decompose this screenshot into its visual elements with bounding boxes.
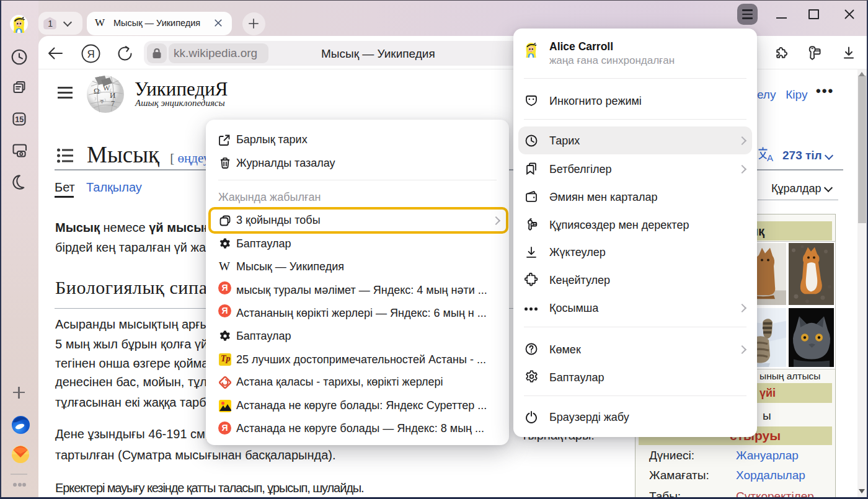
svg-text:Я: Я — [87, 48, 95, 60]
svg-text:1: 1 — [48, 19, 53, 29]
svg-text:А: А — [767, 152, 773, 162]
svg-text:ক: ক — [99, 97, 104, 105]
svg-text:15: 15 — [15, 115, 24, 124]
svg-text:Ω: Ω — [94, 86, 100, 95]
svg-text:И: И — [110, 91, 115, 100]
svg-text:7: 7 — [111, 99, 115, 108]
